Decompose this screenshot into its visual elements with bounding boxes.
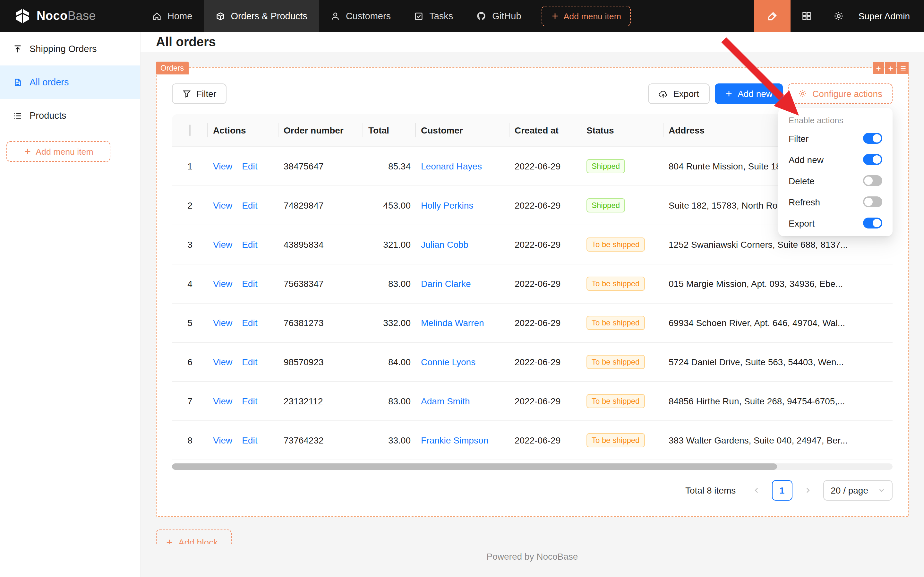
cell-status: To be shipped — [581, 382, 663, 421]
refresh-toggle[interactable] — [863, 197, 882, 207]
view-link[interactable]: View — [213, 318, 232, 328]
settings-button[interactable] — [823, 0, 855, 32]
view-link[interactable]: View — [213, 435, 232, 445]
cell-total: 85.34 — [363, 147, 416, 186]
view-link[interactable]: View — [213, 161, 232, 171]
configure-actions-button[interactable]: Configure actions — [788, 84, 893, 104]
add-row-below-icon[interactable]: + — [885, 62, 897, 74]
dropdown-item-export[interactable]: Export — [781, 213, 890, 234]
status-badge: To be shipped — [586, 237, 645, 251]
nav-item-home[interactable]: Home — [140, 0, 204, 32]
prev-page-button[interactable] — [746, 480, 766, 501]
status-badge: To be shipped — [586, 316, 645, 330]
next-page-button[interactable] — [797, 480, 818, 501]
cell-created-at: 2022-06-29 — [509, 303, 581, 342]
cell-created-at: 2022-06-29 — [509, 382, 581, 421]
edit-link[interactable]: Edit — [242, 396, 257, 406]
nav-item-label: Orders & Products — [231, 11, 307, 21]
nav-item-orders-products[interactable]: Orders & Products — [204, 0, 319, 32]
orders-block: Orders + + Filter — [156, 68, 909, 517]
sidebar-item-all-orders[interactable]: All orders — [0, 66, 140, 99]
cell-order-number: 23132112 — [278, 382, 363, 421]
filter-toggle[interactable] — [863, 133, 882, 144]
nav-item-customers[interactable]: Customers — [319, 0, 402, 32]
nav-item-github[interactable]: GitHub — [465, 0, 533, 32]
customer-link[interactable]: Julian Cobb — [421, 239, 468, 250]
add-new-button-label: Add new — [737, 89, 773, 99]
dropdown-item-add-new[interactable]: Add new — [781, 149, 890, 170]
edit-link[interactable]: Edit — [242, 318, 257, 328]
edit-link[interactable]: Edit — [242, 200, 257, 211]
row-actions: ViewEdit — [208, 382, 278, 421]
ui-editor-button[interactable] — [754, 0, 790, 32]
box-icon — [215, 11, 225, 21]
edit-link[interactable]: Edit — [242, 279, 257, 289]
export-toggle[interactable] — [863, 218, 882, 229]
app: NocoBase Home Orders & Products Customer… — [0, 0, 924, 577]
pagination-total: Total 8 items — [685, 485, 736, 495]
sidebar-item-products[interactable]: Products — [0, 99, 140, 132]
view-link[interactable]: View — [213, 279, 232, 289]
customer-link[interactable]: Leonard Hayes — [421, 161, 482, 171]
sidebar-item-label: All orders — [29, 77, 69, 87]
add-row-above-icon[interactable]: + — [872, 62, 884, 74]
page-number-button[interactable]: 1 — [772, 480, 792, 501]
edit-link[interactable]: Edit — [242, 161, 257, 171]
dropdown-item-delete[interactable]: Delete — [781, 170, 890, 191]
delete-toggle[interactable] — [863, 175, 882, 186]
edit-link[interactable]: Edit — [242, 435, 257, 445]
page-icon — [13, 77, 23, 87]
cell-customer: Darin Clarke — [416, 264, 509, 303]
add-block-button[interactable]: Add block — [156, 530, 232, 544]
funnel-icon — [182, 89, 191, 98]
edit-link[interactable]: Edit — [242, 239, 257, 250]
select-all-checkbox[interactable] — [189, 124, 191, 136]
row-actions: ViewEdit — [208, 421, 278, 460]
customer-link[interactable]: Frankie Simpson — [421, 435, 488, 445]
brand-logo[interactable]: NocoBase — [0, 8, 140, 24]
export-button[interactable]: Export — [648, 84, 709, 104]
block-menu-icon[interactable] — [897, 62, 909, 74]
cell-status: To be shipped — [581, 421, 663, 460]
cell-created-at: 2022-06-29 — [509, 421, 581, 460]
view-link[interactable]: View — [213, 200, 232, 211]
nav-item-label: Tasks — [429, 11, 453, 21]
cell-customer: Leonard Hayes — [416, 147, 509, 186]
switch-knob — [872, 134, 881, 142]
dropdown-item-label: Delete — [789, 176, 815, 186]
user-name: Super Admin — [858, 11, 910, 21]
filter-button[interactable]: Filter — [172, 84, 227, 104]
add-new-toggle[interactable] — [863, 154, 882, 165]
page-size-select[interactable]: 20 / page — [823, 480, 893, 501]
cell-created-at: 2022-06-29 — [509, 186, 581, 225]
block-designer-tag: Orders — [156, 61, 188, 74]
add-menu-item-button-topnav[interactable]: Add menu item — [542, 6, 631, 26]
view-link[interactable]: View — [213, 239, 232, 250]
cell-status: To be shipped — [581, 225, 663, 264]
customer-link[interactable]: Adam Smith — [421, 396, 470, 406]
home-icon — [152, 11, 162, 21]
view-link[interactable]: View — [213, 396, 232, 406]
customer-link[interactable]: Holly Perkins — [421, 200, 473, 211]
dropdown-item-refresh[interactable]: Refresh — [781, 191, 890, 213]
edit-link[interactable]: Edit — [242, 357, 257, 367]
customer-link[interactable]: Connie Lyons — [421, 357, 475, 367]
customer-link[interactable]: Darin Clarke — [421, 279, 471, 289]
add-menu-item-button-sidebar[interactable]: Add menu item — [6, 141, 110, 162]
customer-link[interactable]: Melinda Warren — [421, 318, 484, 328]
scrollbar-thumb[interactable] — [172, 463, 778, 470]
view-link[interactable]: View — [213, 357, 232, 367]
nav-item-tasks[interactable]: Tasks — [402, 0, 465, 32]
column-header-status: Status — [581, 114, 663, 147]
dropdown-item-filter[interactable]: Filter — [781, 128, 890, 149]
row-actions: ViewEdit — [208, 147, 278, 186]
sidebar-item-shipping-orders[interactable]: Shipping Orders — [0, 32, 140, 66]
plugin-manager-button[interactable] — [790, 0, 823, 32]
user-menu[interactable]: Super Admin — [855, 11, 924, 21]
footer-text: Powered by NocoBase — [156, 544, 909, 562]
list-icon — [13, 111, 23, 120]
dropdown-header: Enable actions — [781, 110, 890, 128]
status-badge: To be shipped — [586, 277, 645, 291]
add-new-button[interactable]: Add new — [715, 84, 783, 104]
switch-knob — [864, 177, 872, 185]
